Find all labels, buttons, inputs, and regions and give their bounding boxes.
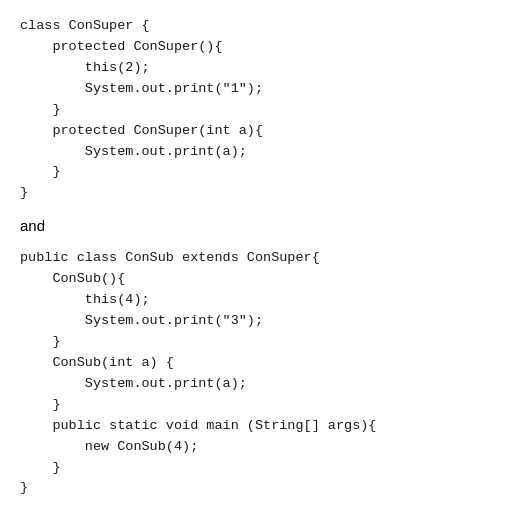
- code-section-1: class ConSuper { protected ConSuper(){ t…: [20, 16, 497, 204]
- code-block-2: public class ConSub extends ConSuper{ Co…: [20, 248, 497, 499]
- code-block-1: class ConSuper { protected ConSuper(){ t…: [20, 16, 497, 204]
- code-section-2: public class ConSub extends ConSuper{ Co…: [20, 248, 497, 499]
- separator-label: and: [20, 214, 497, 238]
